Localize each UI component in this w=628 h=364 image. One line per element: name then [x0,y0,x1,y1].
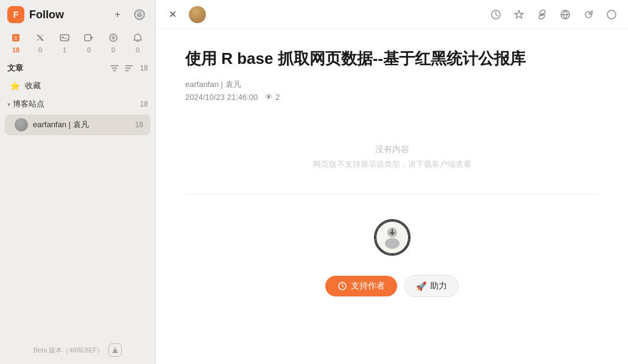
sidebar-header: F Follow + [0,0,155,29]
refresh-button[interactable] [579,5,598,24]
stat-notifications[interactable]: 0 [129,33,146,54]
action-buttons: 支持作者 🚀 助力 [325,275,459,297]
author-avatar-large [374,219,411,256]
app-title: Follow [29,9,104,21]
blog-avatar [15,118,28,131]
more-button[interactable] [602,5,621,24]
images-count: 1 [63,46,66,54]
blog-sites-header[interactable]: ▾ 博客站点 18 [0,95,155,113]
sort-icon[interactable] [123,62,135,74]
globe-button[interactable] [556,5,574,24]
article-area: 使用 R base 抓取网页数据--基于红黑统计公报库 earfanfan | … [156,29,628,364]
article-author: earfanfan | 袁凡 [185,79,599,90]
article-views: 2 [275,93,280,102]
video-icon [84,33,94,46]
stat-audio[interactable]: 0 [105,33,122,54]
favorites-item[interactable]: ⭐ 收藏 [0,77,155,95]
articles-icon: 文 [11,33,21,46]
blog-sites-count: 18 [140,100,148,108]
article-date-row: 2024/10/23 21:46:00 👁 2 [185,93,599,102]
main-toolbar: ✕ [156,0,628,29]
star-icon: ⭐ [10,81,20,91]
close-button[interactable]: ✕ [163,5,182,24]
section-actions: 18 [108,62,148,74]
twitter-count: 0 [38,46,42,54]
section-count: 18 [140,64,148,72]
divider [185,194,599,195]
article-meta: earfanfan | 袁凡 2024/10/23 21:46:00 👁 2 [185,79,599,102]
stat-articles[interactable]: 文 18 [7,33,24,54]
main-content: ✕ 使用 R base 抓取网页数据--基于红黑统计公报库 earfanfan … [156,0,628,364]
help-button[interactable]: 🚀 助力 [404,275,459,297]
svg-text:文: 文 [13,35,18,41]
version-text: Beta 版本（488E8EF） [34,346,104,355]
svg-rect-7 [60,35,69,41]
support-author-button[interactable]: 支持作者 [325,276,397,296]
add-button[interactable]: + [109,6,126,23]
svg-point-17 [385,238,400,249]
link-button[interactable] [533,5,551,24]
svg-rect-9 [85,35,91,41]
views-separator: 👁 [265,93,273,102]
blog-sites-label: 博客站点 [13,99,140,110]
articles-count: 18 [12,46,19,54]
article-title: 使用 R base 抓取网页数据--基于红黑统计公报库 [185,49,599,69]
profile-button[interactable] [131,6,148,23]
support-label: 支持作者 [351,281,385,292]
svg-point-2 [138,12,141,15]
stats-row: 文 18 0 1 0 0 [0,29,155,57]
svg-point-14 [607,10,616,19]
twitter-icon [35,33,45,46]
blog-item-name: earfanfan | 袁凡 [33,119,130,130]
blog-item-count: 18 [135,121,143,129]
no-content-area: 没有内容 网页版不支持展示该类型，请下载客户端查看 [185,121,599,345]
video-count: 0 [87,46,91,54]
section-header: 文章 18 [0,57,155,77]
star-button[interactable] [510,5,528,24]
download-icon[interactable] [108,343,122,357]
blog-item-earfanfan[interactable]: earfanfan | 袁凡 18 [5,114,150,135]
svg-marker-10 [91,36,93,40]
images-icon [60,33,69,46]
filter-icon[interactable] [108,62,121,74]
article-date: 2024/10/23 21:46:00 [185,93,258,102]
app-logo: F [7,6,24,23]
claim-icon[interactable] [487,5,505,24]
no-content-sub: 网页版不支持展示该类型，请下载客户端查看 [313,159,471,170]
stat-images[interactable]: 1 [56,33,73,54]
audio-count: 0 [111,46,115,54]
favorites-label: 收藏 [25,80,41,91]
stat-twitter[interactable]: 0 [32,33,49,54]
no-content-main: 没有内容 [375,144,409,155]
sidebar-bottom: Beta 版本（488E8EF） [0,336,155,364]
chevron-down-icon: ▾ [7,101,10,108]
notifications-icon [133,33,143,46]
audio-icon [108,33,118,46]
stat-video[interactable]: 0 [80,33,97,54]
author-avatar-small [189,6,206,23]
sidebar: F Follow + 文 18 0 [0,0,156,364]
notifications-count: 0 [136,46,139,54]
section-title: 文章 [7,63,106,74]
no-content-text: 没有内容 网页版不支持展示该类型，请下载客户端查看 [313,144,471,170]
rocket-icon: 🚀 [416,281,426,291]
help-label: 助力 [430,281,447,292]
